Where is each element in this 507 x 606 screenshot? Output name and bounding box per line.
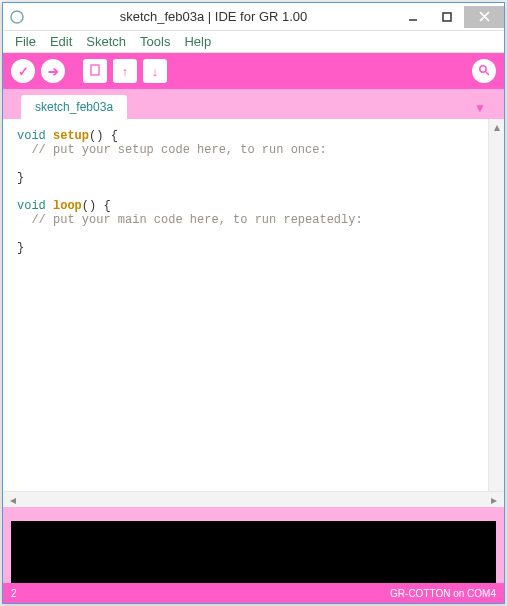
minimize-button[interactable] [396,6,430,28]
window-title: sketch_feb03a | IDE for GR 1.00 [31,9,396,24]
function-name: setup [53,129,89,143]
scroll-right-icon[interactable]: ▸ [486,493,502,507]
arrow-right-icon: ➔ [48,64,59,79]
arrow-down-icon: ↓ [152,64,159,79]
svg-rect-5 [91,65,99,75]
search-icon [478,64,490,79]
app-window: sketch_feb03a | IDE for GR 1.00 File Edi… [2,2,505,604]
chevron-down-icon: ▼ [474,101,486,115]
tab-active[interactable]: sketch_feb03a [21,95,127,119]
serial-monitor-button[interactable] [472,59,496,83]
svg-line-7 [486,72,489,75]
window-buttons [396,6,504,28]
scroll-up-icon[interactable]: ▴ [489,119,504,135]
scroll-left-icon[interactable]: ◂ [5,493,21,507]
keyword: void [17,129,46,143]
tabbar: sketch_feb03a ▼ [3,89,504,119]
horizontal-scrollbar[interactable]: ◂ ▸ [3,491,504,507]
menu-edit[interactable]: Edit [44,32,78,51]
tab-menu-button[interactable]: ▼ [468,97,492,119]
comment: // put your setup code here, to run once… [17,143,327,157]
app-icon [9,9,25,25]
message-bar [3,507,504,521]
vertical-scrollbar[interactable]: ▴ [488,119,504,491]
menu-help[interactable]: Help [178,32,217,51]
new-button[interactable] [83,59,107,83]
open-button[interactable]: ↑ [113,59,137,83]
function-name: loop [53,199,82,213]
verify-button[interactable]: ✓ [11,59,35,83]
board-port: GR-COTTON on COM4 [390,588,496,599]
comment: // put your main code here, to run repea… [17,213,363,227]
titlebar: sketch_feb03a | IDE for GR 1.00 [3,3,504,31]
code-text: () { [82,199,111,213]
line-number: 2 [11,588,17,599]
menubar: File Edit Sketch Tools Help [3,31,504,53]
svg-point-0 [11,11,23,23]
editor-area: void setup() { // put your setup code he… [3,119,504,491]
code-text: } [17,241,24,255]
upload-button[interactable]: ➔ [41,59,65,83]
menu-tools[interactable]: Tools [134,32,176,51]
check-icon: ✓ [18,64,29,79]
console-output[interactable] [3,521,504,583]
menu-sketch[interactable]: Sketch [80,32,132,51]
menu-file[interactable]: File [9,32,42,51]
statusbar: 2 GR-COTTON on COM4 [3,583,504,603]
code-editor[interactable]: void setup() { // put your setup code he… [3,119,488,491]
toolbar: ✓ ➔ ↑ ↓ [3,53,504,89]
code-text: } [17,171,24,185]
keyword: void [17,199,46,213]
arrow-up-icon: ↑ [122,64,129,79]
file-icon [89,64,101,79]
code-text: () { [89,129,118,143]
save-button[interactable]: ↓ [143,59,167,83]
maximize-button[interactable] [430,6,464,28]
svg-point-6 [480,65,486,71]
close-button[interactable] [464,6,504,28]
svg-rect-2 [443,13,451,21]
